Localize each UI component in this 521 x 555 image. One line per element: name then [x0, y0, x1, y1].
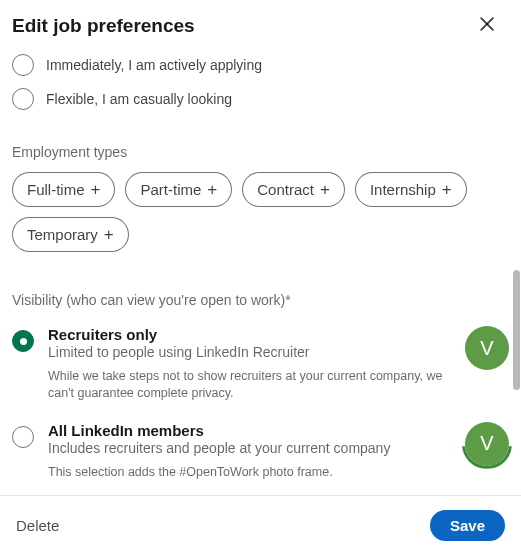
pill-label: Contract [257, 181, 314, 198]
radio-icon [12, 330, 34, 352]
start-option-immediately[interactable]: Immediately, I am actively applying [12, 48, 509, 82]
plus-icon: + [91, 181, 101, 198]
delete-button[interactable]: Delete [16, 517, 59, 534]
radio-icon [12, 88, 34, 110]
scrollbar-thumb[interactable] [513, 270, 520, 390]
employment-pill-contract[interactable]: Contract + [242, 172, 345, 207]
avatar: V [465, 326, 509, 370]
visibility-option-all-members[interactable]: All LinkedIn members Includes recruiters… [12, 416, 509, 495]
employment-pill-part-time[interactable]: Part-time + [125, 172, 232, 207]
modal-title: Edit job preferences [12, 15, 195, 37]
avatar-initial: V [480, 432, 493, 455]
start-option-label: Flexible, I am casually looking [46, 91, 232, 107]
radio-icon [12, 426, 34, 448]
start-option-flexible[interactable]: Flexible, I am casually looking [12, 82, 509, 116]
pill-label: Full-time [27, 181, 85, 198]
visibility-title: Recruiters only [48, 326, 451, 343]
employment-pill-full-time[interactable]: Full-time + [12, 172, 115, 207]
visibility-option-recruiters[interactable]: Recruiters only Limited to people using … [12, 320, 509, 416]
employment-pill-temporary[interactable]: Temporary + [12, 217, 129, 252]
pill-label: Part-time [140, 181, 201, 198]
visibility-subtitle: Limited to people using LinkedIn Recruit… [48, 344, 451, 360]
start-option-label: Immediately, I am actively applying [46, 57, 262, 73]
close-icon [477, 14, 497, 38]
visibility-note: This selection adds the #OpenToWork phot… [48, 464, 448, 481]
close-button[interactable] [473, 12, 501, 40]
plus-icon: + [320, 181, 330, 198]
radio-icon [12, 54, 34, 76]
visibility-section-label: Visibility (who can view you're open to … [12, 292, 509, 308]
avatar-initial: V [480, 337, 493, 360]
visibility-note: While we take steps not to show recruite… [48, 368, 448, 402]
pill-label: Internship [370, 181, 436, 198]
save-button[interactable]: Save [430, 510, 505, 541]
plus-icon: + [442, 181, 452, 198]
pill-label: Temporary [27, 226, 98, 243]
employment-types-label: Employment types [12, 144, 509, 160]
avatar: V [465, 422, 509, 466]
plus-icon: + [207, 181, 217, 198]
employment-pill-internship[interactable]: Internship + [355, 172, 467, 207]
plus-icon: + [104, 226, 114, 243]
visibility-subtitle: Includes recruiters and people at your c… [48, 440, 451, 456]
visibility-title: All LinkedIn members [48, 422, 451, 439]
